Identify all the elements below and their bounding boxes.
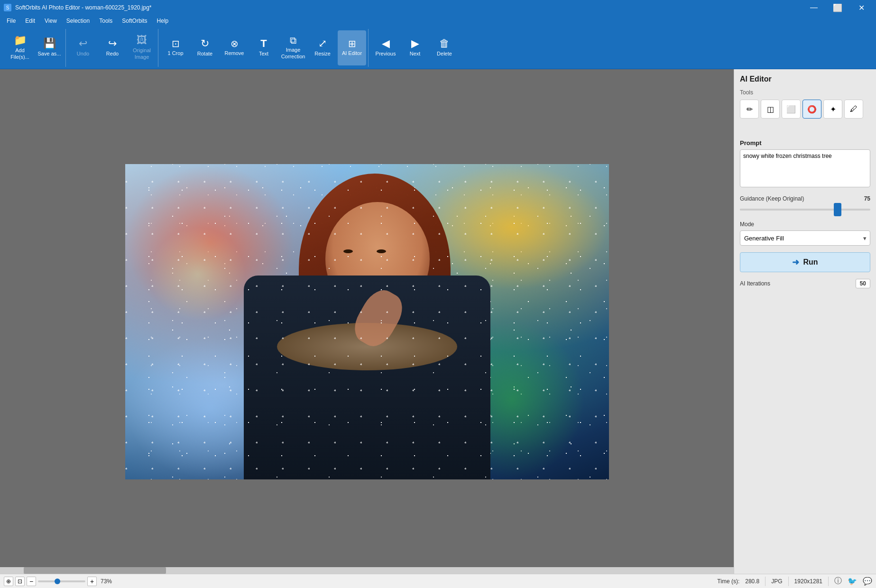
prompt-textarea[interactable]: snowy white frozen christmass tree xyxy=(740,149,870,187)
zoom-in-button[interactable]: + xyxy=(87,577,97,586)
undo-button[interactable]: ↩ Undo xyxy=(69,30,97,65)
save-as-label: Save as... xyxy=(38,51,61,57)
ai-editor-button[interactable]: ⊞ AI Editor xyxy=(338,30,366,65)
delete-button[interactable]: 🗑 Delete xyxy=(430,30,459,65)
canvas-image xyxy=(125,164,609,479)
zoom-fit-button[interactable]: ⊕ xyxy=(4,577,13,586)
horizontal-scrollbar[interactable] xyxy=(0,567,734,574)
redo-button[interactable]: ↪ Redo xyxy=(98,30,127,65)
toolbar-group-file: 📁 Add File(s)... 💾 Save as... xyxy=(4,29,66,67)
select-circle-tool-button[interactable]: ⭕ xyxy=(802,100,821,119)
previous-button[interactable]: ◀ Previous xyxy=(371,30,400,65)
zoom-slider-thumb[interactable] xyxy=(55,579,60,584)
mode-section: Mode Generative Fill Inpainting Outpaint… xyxy=(740,221,870,246)
pencil-tool-button[interactable]: ✏ xyxy=(740,100,759,119)
status-bar-left: ⊕ ⊡ − + 73% xyxy=(4,577,713,586)
save-as-button[interactable]: 💾 Save as... xyxy=(35,30,64,65)
remove-icon: ⊗ xyxy=(231,39,239,48)
toolbar: 📁 Add File(s)... 💾 Save as... ↩ Undo ↪ R… xyxy=(0,27,876,69)
image-correction-button[interactable]: ⧉ Image Correction xyxy=(279,30,307,65)
zoom-slider[interactable] xyxy=(38,580,85,582)
guidance-slider[interactable] xyxy=(740,205,870,214)
wand-tool-button[interactable]: ✦ xyxy=(823,100,842,119)
toolbar-group-edit: ↩ Undo ↪ Redo 🖼 Original Image xyxy=(67,29,158,67)
select-rect-tool-button[interactable]: ⬜ xyxy=(782,100,801,119)
undo-icon: ↩ xyxy=(79,38,87,49)
tools-section-label: Tools xyxy=(740,89,870,96)
snow-particles xyxy=(125,164,609,479)
redo-label: Redo xyxy=(106,51,119,57)
menu-bar: File Edit View Selection Tools SoftOrbit… xyxy=(0,15,876,27)
text-label: Text xyxy=(259,51,268,57)
redo-icon: ↪ xyxy=(108,38,117,49)
menu-edit[interactable]: Edit xyxy=(20,17,40,25)
ai-editor-icon: ⊞ xyxy=(348,39,356,48)
status-separator-3 xyxy=(828,577,829,586)
menu-softorbits[interactable]: SoftOrbits xyxy=(117,17,152,25)
rotate-icon: ↻ xyxy=(201,38,209,49)
crop-button[interactable]: ⊡ 1 Crop xyxy=(161,30,190,65)
canvas-area[interactable] xyxy=(0,69,734,574)
resize-icon: ⤢ xyxy=(318,38,327,49)
next-icon: ▶ xyxy=(411,38,419,49)
iterations-value: 50 xyxy=(856,279,870,288)
rotate-button[interactable]: ↻ Rotate xyxy=(191,30,219,65)
zoom-out-button[interactable]: − xyxy=(27,577,36,586)
rotate-label: Rotate xyxy=(197,51,212,57)
menu-view[interactable]: View xyxy=(40,17,62,25)
crop-label: 1 Crop xyxy=(167,50,183,56)
add-file-icon: 📁 xyxy=(14,35,27,46)
mode-select[interactable]: Generative Fill Inpainting Outpainting xyxy=(740,230,870,246)
ai-editor-label: AI Editor xyxy=(342,50,362,56)
next-button[interactable]: ▶ Next xyxy=(401,30,429,65)
slider-track xyxy=(740,209,870,211)
dimensions-value: 1920x1281 xyxy=(794,578,822,585)
run-button[interactable]: ➜ Run xyxy=(740,252,870,272)
twitter-icon[interactable]: 🐦 xyxy=(848,577,857,586)
scrollbar-thumb[interactable] xyxy=(24,567,166,574)
menu-tools[interactable]: Tools xyxy=(94,17,117,25)
original-image-button[interactable]: 🖼 Original Image xyxy=(128,30,156,65)
prompt-label: Prompt xyxy=(740,139,870,147)
delete-label: Delete xyxy=(437,51,452,57)
menu-help[interactable]: Help xyxy=(152,17,174,25)
title-bar: S SoftOrbits AI Photo Editor - woman-600… xyxy=(0,0,876,15)
resize-button[interactable]: ⤢ Resize xyxy=(308,30,337,65)
app-icon-text: S xyxy=(6,5,9,10)
text-button[interactable]: T Text xyxy=(249,30,278,65)
main-content: AI Editor Tools ✏ ◫ ⬜ ⭕ ✦ 🖊 Prompt snowy… xyxy=(0,69,876,574)
iterations-row: AI Iterations 50 xyxy=(740,279,870,288)
info-icon[interactable]: ⓘ xyxy=(834,576,842,586)
resize-label: Resize xyxy=(314,51,331,57)
status-bar-right: Time (s): 280.8 JPG 1920x1281 ⓘ 🐦 💬 xyxy=(717,576,872,586)
eraser-tool-button[interactable]: ◫ xyxy=(761,100,780,119)
maximize-button[interactable]: ⬜ xyxy=(827,0,848,15)
text-icon: T xyxy=(260,38,267,49)
chat-icon[interactable]: 💬 xyxy=(863,577,872,586)
status-separator-2 xyxy=(788,577,789,586)
slider-fill xyxy=(740,209,838,211)
minimize-button[interactable]: — xyxy=(803,0,825,15)
image-correction-label: Image Correction xyxy=(281,47,305,59)
close-button[interactable]: ✕ xyxy=(850,0,872,15)
prompt-section: Prompt snowy white frozen christmass tre… xyxy=(740,139,870,189)
remove-button[interactable]: ⊗ Remove xyxy=(220,30,249,65)
zoom-page-button[interactable]: ⊡ xyxy=(15,577,25,586)
image-correction-icon: ⧉ xyxy=(290,36,296,45)
photo-layer xyxy=(125,164,609,479)
time-value: 280.8 xyxy=(745,578,759,585)
remove-label: Remove xyxy=(225,50,244,56)
zoom-controls: ⊕ ⊡ − + 73% xyxy=(4,577,117,586)
save-as-icon: 💾 xyxy=(43,38,56,49)
delete-icon: 🗑 xyxy=(439,38,450,49)
run-arrow-icon: ➜ xyxy=(792,257,799,267)
spacer xyxy=(740,126,870,136)
run-label: Run xyxy=(803,258,818,266)
stamp-tool-button[interactable]: 🖊 xyxy=(844,100,863,119)
menu-selection[interactable]: Selection xyxy=(62,17,94,25)
add-file-button[interactable]: 📁 Add File(s)... xyxy=(6,30,34,65)
ai-editor-title: AI Editor xyxy=(740,75,870,83)
menu-file[interactable]: File xyxy=(2,17,20,25)
slider-thumb[interactable] xyxy=(834,203,841,216)
guidance-value: 75 xyxy=(864,195,870,202)
